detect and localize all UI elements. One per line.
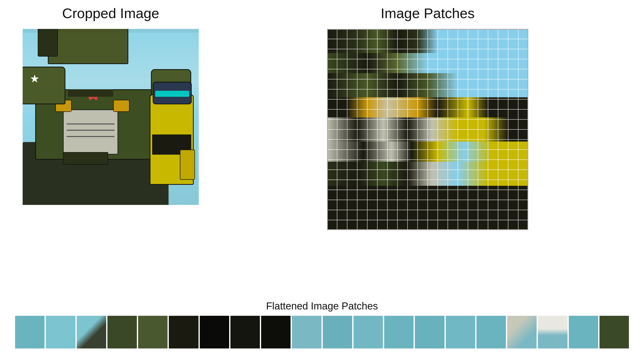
patch-cell <box>377 109 387 119</box>
patch-cell <box>377 59 387 69</box>
patch-cell <box>357 160 367 170</box>
patch-cell <box>508 190 518 200</box>
patch-cell <box>418 79 428 89</box>
patch-cell <box>337 129 347 140</box>
patch-cell <box>418 150 428 160</box>
patch-cell <box>357 210 367 220</box>
flat-patch <box>46 316 75 348</box>
patch-cell <box>347 39 357 49</box>
patch-cell <box>357 59 367 69</box>
patch-cell <box>488 190 498 200</box>
flat-patch <box>538 316 567 348</box>
patch-cell <box>347 180 357 190</box>
patch-cell <box>438 200 448 210</box>
patch-cell <box>428 160 438 170</box>
flat-patch <box>200 316 229 348</box>
belly-stripe-2 <box>67 130 114 131</box>
patch-cell <box>397 140 408 150</box>
patch-cell <box>468 59 478 69</box>
patch-cell <box>327 129 337 140</box>
patch-cell <box>478 220 488 230</box>
robot-belly <box>63 109 118 155</box>
patch-cell <box>347 170 357 180</box>
patch-cell <box>428 210 438 220</box>
patch-cell <box>488 160 498 170</box>
patch-cell <box>347 59 357 69</box>
patch-cell <box>367 160 377 170</box>
patch-cell <box>367 180 377 190</box>
patch-cell <box>347 140 357 150</box>
patch-grid <box>327 29 528 230</box>
patch-cell <box>448 59 458 69</box>
patch-cell <box>418 49 428 59</box>
patch-cell <box>498 170 508 180</box>
patch-cell <box>428 200 438 210</box>
patch-cell <box>337 79 347 89</box>
patch-cell <box>508 140 518 150</box>
main-content: Cropped Image <box>0 0 644 298</box>
patch-cell <box>478 140 488 150</box>
patch-cell <box>418 39 428 49</box>
patch-cell <box>367 200 377 210</box>
patch-cell <box>418 129 428 140</box>
flat-patch <box>138 316 168 348</box>
patch-cell <box>347 69 357 79</box>
patch-cell <box>488 79 498 89</box>
flat-patch <box>415 316 444 348</box>
patch-cell <box>367 79 377 89</box>
patch-cell <box>458 109 468 119</box>
patch-cell <box>387 190 397 200</box>
patch-cell <box>357 49 367 59</box>
patch-cell <box>327 29 337 39</box>
patch-cell <box>478 39 488 49</box>
patch-cell <box>408 79 418 89</box>
patch-cell <box>468 140 478 150</box>
patch-cell <box>367 170 377 180</box>
patch-cell <box>448 29 458 39</box>
patch-cell <box>498 180 508 190</box>
patch-cell <box>518 220 528 230</box>
patch-cell <box>418 29 428 39</box>
patch-cell <box>488 150 498 160</box>
patch-cell <box>337 89 347 99</box>
patch-cell <box>387 180 397 190</box>
patch-cell <box>498 140 508 150</box>
patch-cell <box>508 39 518 49</box>
right-panel: Image Patches <box>226 5 629 230</box>
patch-cell <box>387 200 397 210</box>
patch-cell <box>458 119 468 129</box>
patch-cell <box>458 180 468 190</box>
patch-cell <box>498 200 508 210</box>
patch-cell <box>508 79 518 89</box>
patch-cell <box>428 150 438 160</box>
patch-cell <box>397 59 408 69</box>
patch-cell <box>387 39 397 49</box>
flat-patch <box>230 316 260 348</box>
patch-cell <box>428 99 438 109</box>
patch-cell <box>387 140 397 150</box>
patch-cell <box>488 200 498 210</box>
patch-cell <box>428 29 438 39</box>
patch-cell <box>498 190 508 200</box>
patch-cell <box>357 39 367 49</box>
patch-cell <box>347 129 357 140</box>
patch-cell <box>488 170 498 180</box>
patch-cell <box>448 99 458 109</box>
patch-cell <box>377 210 387 220</box>
flat-patch <box>569 316 598 348</box>
patch-cell <box>397 119 408 129</box>
patch-cell <box>508 49 518 59</box>
patch-cell <box>397 129 408 140</box>
patch-cell <box>498 39 508 49</box>
cropped-image: ★ <box>23 29 199 205</box>
patch-cell <box>327 180 337 190</box>
patch-cell <box>438 39 448 49</box>
patch-cell <box>438 59 448 69</box>
patch-cell <box>418 99 428 109</box>
patch-cell <box>478 79 488 89</box>
patch-cell <box>327 59 337 69</box>
patch-cell <box>498 89 508 99</box>
patch-cell <box>347 79 357 89</box>
patch-cell <box>327 49 337 59</box>
patch-cell <box>478 99 488 109</box>
